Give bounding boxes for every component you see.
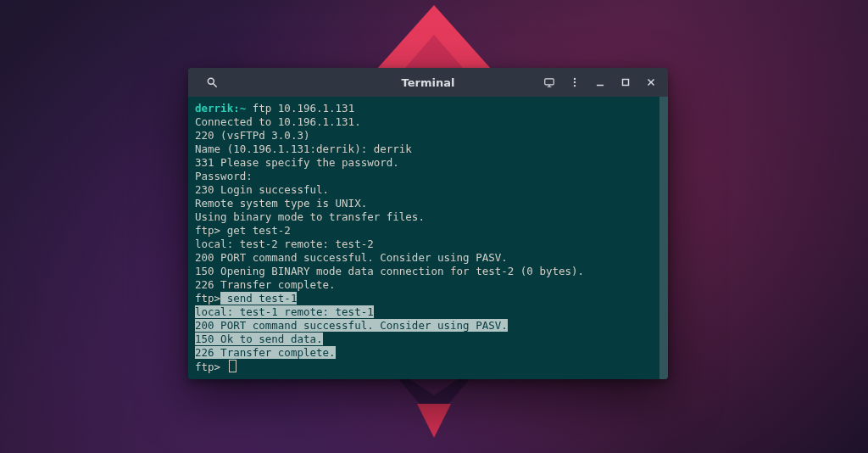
svg-rect-10 (545, 79, 554, 85)
terminal-line: local: test-1 remote: test-1 (195, 305, 668, 319)
selected-text: local: test-1 remote: test-1 (195, 305, 374, 318)
svg-marker-7 (417, 404, 451, 438)
terminal-line: 220 (vsFTPd 3.0.3) (195, 129, 668, 143)
terminal-line: Using binary mode to transfer files. (195, 210, 668, 224)
search-icon (206, 76, 218, 88)
close-button[interactable] (639, 70, 663, 94)
terminal-line: derrik:~ ftp 10.196.1.131 (195, 102, 668, 115)
terminal-line: 150 Ok to send data. (195, 333, 668, 346)
terminal-line: 200 PORT command successful. Consider us… (195, 251, 668, 265)
terminal-line: ftp> (195, 360, 668, 374)
svg-line-9 (214, 84, 217, 87)
terminal-line: ftp> get test-2 (195, 224, 668, 238)
text-cursor (229, 360, 236, 372)
shell-prompt-command: ftp 10.196.1.131 (246, 102, 354, 115)
search-button[interactable] (200, 70, 224, 94)
terminal-line: local: test-2 remote: test-2 (195, 238, 668, 251)
terminal-line: Name (10.196.1.131:derrik): derrik (195, 143, 668, 156)
display-icon (543, 76, 555, 88)
svg-point-15 (574, 85, 576, 87)
selected-text: 150 Ok to send data. (195, 333, 323, 345)
terminal-line: 226 Transfer complete. (195, 346, 668, 360)
close-icon (645, 76, 657, 88)
selected-text: 226 Transfer complete. (195, 346, 336, 359)
notify-button[interactable] (537, 70, 561, 94)
titlebar[interactable]: Terminal (188, 68, 668, 97)
terminal-line: ftp> send test-1 (195, 292, 668, 305)
ftp-prompt: ftp> (195, 361, 227, 373)
svg-point-13 (574, 78, 576, 80)
selected-text: send test-1 (220, 292, 297, 305)
terminal-line: 331 Please specify the password. (195, 156, 668, 170)
terminal-output[interactable]: derrik:~ ftp 10.196.1.131 Connected to 1… (188, 97, 668, 379)
menu-button[interactable] (563, 70, 587, 94)
maximize-button[interactable] (614, 70, 637, 94)
ftp-prompt: ftp> (195, 292, 220, 305)
terminal-line: Password: (195, 170, 668, 183)
scrollbar[interactable] (659, 97, 668, 379)
kebab-icon (569, 76, 581, 88)
terminal-window: Terminal (188, 68, 668, 379)
svg-rect-17 (623, 80, 629, 86)
terminal-line: 150 Opening BINARY mode data connection … (195, 265, 668, 278)
terminal-line: Connected to 10.196.1.131. (195, 115, 668, 129)
minimize-icon (594, 76, 606, 88)
terminal-line: 226 Transfer complete. (195, 278, 668, 292)
maximize-icon (620, 76, 632, 88)
shell-prompt-user: derrik:~ (195, 102, 246, 115)
terminal-line: Remote system type is UNIX. (195, 197, 668, 210)
terminal-line: 230 Login successful. (195, 183, 668, 197)
selected-text: 200 PORT command successful. Consider us… (195, 319, 508, 332)
terminal-line: 200 PORT command successful. Consider us… (195, 319, 668, 333)
minimize-button[interactable] (588, 70, 612, 94)
svg-point-14 (574, 81, 576, 83)
